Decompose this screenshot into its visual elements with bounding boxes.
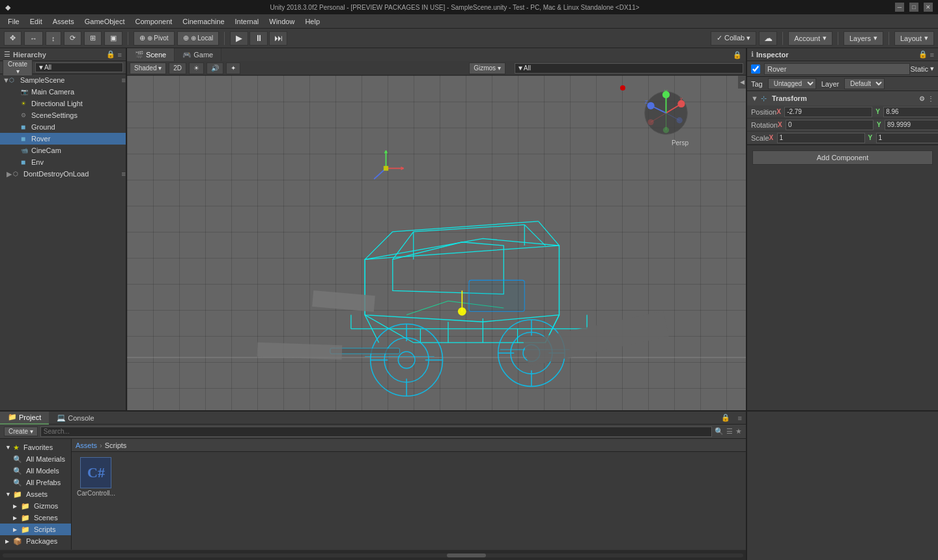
- cloud-button[interactable]: ☁: [759, 31, 777, 46]
- transform-header[interactable]: ▼ ⊹ Transform ⚙ ⋮: [747, 91, 938, 105]
- object-name-input[interactable]: [764, 63, 910, 75]
- hierarchy-item-rover[interactable]: ◼ Rover: [0, 133, 126, 145]
- svg-point-29: [398, 352, 415, 369]
- project-packages[interactable]: ▶ 📦 Packages: [0, 535, 71, 547]
- scene-viewport[interactable]: X Y Z Persp: [127, 76, 746, 410]
- project-create-button[interactable]: Create ▾: [4, 427, 38, 436]
- breadcrumb-assets[interactable]: Assets: [76, 441, 97, 449]
- project-all-prefabs[interactable]: 🔍 All Prefabs: [0, 477, 71, 488]
- project-file-carcontroller[interactable]: C# CarControll...: [77, 457, 115, 497]
- project-scenes[interactable]: ▶ 📁 Scenes: [0, 512, 71, 524]
- hierarchy-create-button[interactable]: Create ▾: [3, 59, 33, 76]
- effects-toggle[interactable]: ✦: [226, 63, 240, 74]
- maximize-button[interactable]: □: [909, 3, 918, 12]
- project-all-models[interactable]: 🔍 All Models: [0, 465, 71, 477]
- position-x-input[interactable]: [784, 107, 872, 117]
- layout-button[interactable]: Layout ▾: [894, 31, 934, 46]
- hierarchy-lock-icon[interactable]: 🔒: [106, 50, 115, 59]
- filter-icon[interactable]: ☰: [726, 427, 733, 436]
- account-button[interactable]: Account ▾: [788, 31, 832, 46]
- breadcrumb-scripts[interactable]: Scripts: [105, 441, 127, 449]
- hierarchy-item-maincamera[interactable]: 📷 Main Camera: [0, 86, 126, 98]
- lights-toggle[interactable]: ☀: [189, 63, 204, 74]
- tab-game[interactable]: 🎮 Game: [175, 48, 221, 61]
- hierarchy-item-dontdestroyonload[interactable]: ▶ ⬡ DontDestroyOnLoad ≡: [0, 168, 126, 180]
- scale-x-input[interactable]: [777, 133, 865, 143]
- dontdestroy-menu-icon[interactable]: ≡: [122, 170, 126, 178]
- project-menu-icon[interactable]: ≡: [734, 414, 746, 422]
- menu-component[interactable]: Component: [130, 16, 177, 27]
- hierarchy-item-scenesettings[interactable]: ⚙ SceneSettings: [0, 109, 126, 121]
- hierarchy-menu-icon[interactable]: ≡: [118, 51, 122, 59]
- play-button[interactable]: ▶: [230, 31, 248, 46]
- menu-assets[interactable]: Assets: [48, 16, 79, 27]
- view-lock-icon[interactable]: 🔒: [729, 51, 746, 59]
- perspective-gizmo[interactable]: X Y Z: [642, 89, 690, 137]
- scene-menu-icon[interactable]: ≡: [122, 76, 126, 84]
- add-component-button[interactable]: Add Component: [752, 150, 933, 165]
- hierarchy-item-cinecam[interactable]: 📹 CineCam: [0, 145, 126, 156]
- menu-internal[interactable]: Internal: [230, 16, 264, 27]
- step-button[interactable]: ⏭: [269, 31, 287, 46]
- menu-window[interactable]: Window: [264, 16, 300, 27]
- rotation-y-input[interactable]: [885, 120, 938, 130]
- scale-tool-button[interactable]: ⟳: [64, 31, 81, 46]
- item-label: SceneSettings: [31, 111, 78, 119]
- transform-settings-icon[interactable]: ⚙: [919, 95, 925, 102]
- menu-cinemachine[interactable]: Cinemachine: [177, 16, 229, 27]
- hierarchy-search-input[interactable]: [35, 63, 123, 72]
- transform-overflow-icon[interactable]: ⋮: [928, 95, 934, 102]
- tag-select[interactable]: Untagged: [768, 78, 816, 89]
- rect-tool-button[interactable]: ⊞: [84, 31, 102, 46]
- project-favorites[interactable]: ▼ ★ Favorites: [0, 441, 71, 453]
- static-toggle[interactable]: Static ▾: [910, 64, 934, 73]
- scene-collapse-btn[interactable]: ◀: [738, 76, 746, 89]
- menu-edit[interactable]: Edit: [25, 16, 48, 27]
- layers-button[interactable]: Layers ▾: [844, 31, 883, 46]
- rotate-tool-button[interactable]: ↕: [46, 31, 61, 46]
- collab-button[interactable]: ✓ Collab ▾: [711, 31, 756, 46]
- scroll-thumb[interactable]: [447, 553, 486, 557]
- persp-label[interactable]: Persp: [672, 139, 689, 147]
- hierarchy-item-env[interactable]: ◼ Env: [0, 156, 126, 168]
- close-button[interactable]: ✕: [924, 3, 933, 12]
- menu-file[interactable]: File: [3, 16, 25, 27]
- position-axes: X Y Z: [776, 107, 938, 117]
- pause-button[interactable]: ⏸: [249, 31, 268, 46]
- hierarchy-item-samplescene[interactable]: ▼ ⬡ SampleScene ≡: [0, 74, 126, 86]
- hierarchy-item-dirlight[interactable]: ☀ Directional Light: [0, 98, 126, 109]
- project-gizmos[interactable]: ▶ 📁 Gizmos: [0, 500, 71, 512]
- transform-tool-button[interactable]: ▣: [104, 31, 122, 46]
- position-y-input[interactable]: [883, 107, 938, 117]
- pivot-button[interactable]: ⊕ ⊕ Pivot: [134, 31, 175, 46]
- minimize-button[interactable]: ─: [895, 3, 904, 12]
- menu-gameobject[interactable]: GameObject: [79, 16, 130, 27]
- inspector-menu-icon[interactable]: ≡: [930, 51, 934, 59]
- gizmos-button[interactable]: Gizmos ▾: [469, 63, 505, 74]
- project-scripts[interactable]: ▶ 📁 Scripts: [0, 524, 71, 535]
- rotation-x-input[interactable]: [786, 120, 874, 130]
- project-search-input[interactable]: [40, 427, 712, 437]
- object-active-checkbox[interactable]: [751, 64, 760, 74]
- hand-tool-button[interactable]: ✥: [4, 31, 21, 46]
- bottom-scrollbar[interactable]: [0, 550, 746, 560]
- star-icon[interactable]: ★: [735, 427, 742, 436]
- project-all-materials[interactable]: 🔍 All Materials: [0, 453, 71, 465]
- audio-toggle[interactable]: 🔊: [206, 63, 223, 74]
- menu-help[interactable]: Help: [300, 16, 325, 27]
- hierarchy-item-ground[interactable]: ◼ Ground: [0, 121, 126, 133]
- move-gizmo[interactable]: [368, 150, 404, 186]
- move-tool-button[interactable]: ↔: [24, 31, 43, 46]
- scene-search-input[interactable]: [515, 63, 743, 74]
- scale-y-input[interactable]: [876, 133, 938, 143]
- tab-project[interactable]: 📁 Project: [0, 412, 49, 425]
- tab-console[interactable]: 💻 Console: [49, 412, 102, 425]
- local-button[interactable]: ⊕ ⊕ Local: [177, 31, 220, 46]
- project-lock-icon[interactable]: 🔒: [717, 413, 734, 422]
- tab-scene[interactable]: 🎬 Scene: [127, 48, 175, 61]
- shading-dropdown[interactable]: Shaded ▾: [130, 63, 166, 74]
- 2d-toggle[interactable]: 2D: [169, 63, 186, 74]
- layer-select[interactable]: Default: [844, 78, 885, 89]
- inspector-lock-icon[interactable]: 🔒: [918, 50, 928, 59]
- project-assets-root[interactable]: ▼ 📁 Assets: [0, 488, 71, 500]
